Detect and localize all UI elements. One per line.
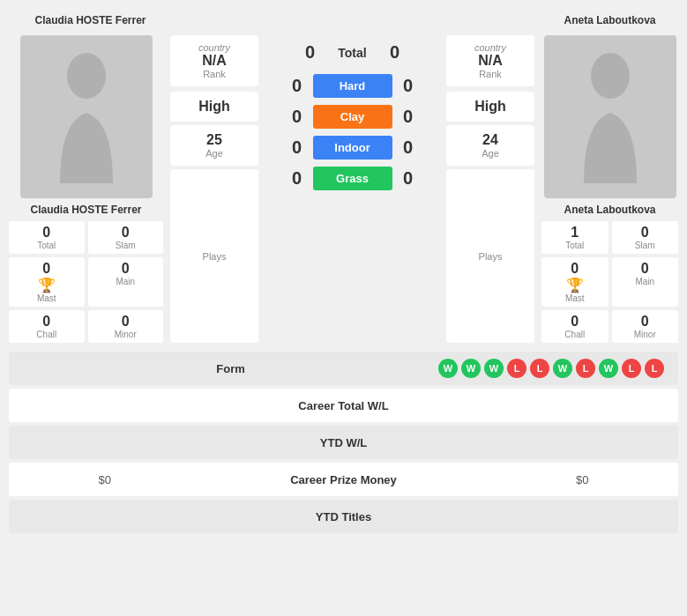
right-high-block: High <box>446 92 534 122</box>
left-rank-block: country N/A Rank <box>170 35 258 86</box>
grass-row: 0 Grass 0 <box>265 164 439 193</box>
right-player-photo <box>544 35 676 198</box>
left-main-value: 0 <box>122 261 130 277</box>
form-badge-0: W <box>438 359 458 378</box>
form-row: Form WWWLLWLWLL <box>9 352 678 385</box>
right-player-card: Aneta Laboutkova 1 Total 0 Slam 0 🏆 Mast… <box>541 35 678 343</box>
left-slam-label: Slam <box>116 241 136 250</box>
right-rank-value: N/A <box>478 53 503 69</box>
ytd-wl-label: YTD W/L <box>23 436 664 449</box>
grass-left-score: 0 <box>288 168 306 189</box>
career-wl-row: Career Total W/L <box>9 389 678 422</box>
ytd-wl-row: YTD W/L <box>9 426 678 459</box>
total-row: 0 Total 0 <box>265 35 439 70</box>
left-age-label: Age <box>205 148 223 159</box>
left-plays-label: Plays <box>203 251 227 262</box>
hard-left-score: 0 <box>288 76 306 96</box>
left-player-name: Claudia HOSTE Ferrer <box>34 14 146 26</box>
left-main-cell: 0 Main <box>88 257 164 307</box>
prize-left: $0 <box>23 473 111 486</box>
right-main-cell: 0 Main <box>612 257 679 307</box>
total-left-score: 0 <box>302 42 319 63</box>
right-country: country <box>474 42 506 53</box>
right-rank-block: country N/A Rank <box>446 35 534 86</box>
right-chall-label: Chall <box>564 330 585 339</box>
form-badge-5: W <box>553 359 572 378</box>
left-chall-value: 0 <box>42 314 50 330</box>
form-badge-7: W <box>599 359 618 378</box>
middle-left-panel: country N/A Rank High 25 Age Plays <box>170 35 258 343</box>
bottom-section: Form WWWLLWLWLL Career Total W/L YTD W/L… <box>0 352 687 545</box>
total-right-score: 0 <box>386 42 404 63</box>
left-slam-cell: 0 Slam <box>88 221 164 254</box>
form-badge-6: L <box>576 359 595 378</box>
career-wl-label: Career Total W/L <box>23 399 664 412</box>
grass-button[interactable]: Grass <box>313 167 392 190</box>
ytd-titles-row: YTD Titles <box>9 500 678 533</box>
hard-right-score: 0 <box>400 76 417 96</box>
center-column: 0 Total 0 0 Hard 0 0 Clay 0 0 Indoor 0 <box>265 35 439 343</box>
indoor-row: 0 Indoor 0 <box>265 133 439 162</box>
right-mast-cell: 0 🏆 Mast <box>541 257 609 307</box>
right-chall-cell: 0 Chall <box>541 310 609 343</box>
right-player-stats-grid: 1 Total 0 Slam 0 🏆 Mast 0 Main 0 <box>541 221 678 343</box>
right-plays-label: Plays <box>479 251 503 262</box>
left-total-value: 0 <box>42 225 50 241</box>
right-high-value: High <box>474 99 506 115</box>
left-mast-cell: 0 🏆 Mast <box>9 257 85 307</box>
right-main-value: 0 <box>641 261 649 277</box>
left-player-silhouette <box>51 51 122 183</box>
left-total-label: Total <box>37 241 56 250</box>
prize-right: $0 <box>576 473 664 486</box>
right-minor-value: 0 <box>641 314 649 330</box>
left-high-block: High <box>170 92 258 122</box>
indoor-button[interactable]: Indoor <box>313 136 392 160</box>
left-mast-label: Mast <box>37 293 56 303</box>
right-slam-label: Slam <box>635 241 655 250</box>
prize-label: Career Prize Money <box>111 473 576 486</box>
right-minor-cell: 0 Minor <box>612 310 679 343</box>
form-badge-2: W <box>484 359 504 378</box>
left-age-block: 25 Age <box>170 125 258 166</box>
right-mast-label: Mast <box>565 293 585 303</box>
right-player-name: Aneta Laboutkova <box>564 14 655 26</box>
left-main-label: Main <box>116 277 135 286</box>
form-badge-8: L <box>622 359 641 378</box>
right-age-label: Age <box>482 148 499 159</box>
clay-right-score: 0 <box>400 107 417 127</box>
grass-right-score: 0 <box>400 168 417 189</box>
prize-row: $0 Career Prize Money $0 <box>9 463 678 496</box>
left-minor-cell: 0 Minor <box>88 310 164 343</box>
total-label: Total <box>326 46 379 60</box>
right-chall-value: 0 <box>571 314 579 330</box>
indoor-left-score: 0 <box>288 137 306 158</box>
left-high-value: High <box>198 99 230 115</box>
left-player-header: Claudia HOSTE Ferrer <box>9 9 172 26</box>
left-minor-value: 0 <box>122 314 130 330</box>
left-player-stats-grid: 0 Total 0 Slam 0 🏆 Mast 0 Main 0 <box>9 221 163 343</box>
left-plays-block: Plays <box>170 169 258 343</box>
right-slam-cell: 0 Slam <box>612 221 679 254</box>
right-player-silhouette <box>575 51 646 183</box>
hard-button[interactable]: Hard <box>313 74 392 98</box>
left-chall-label: Chall <box>36 330 56 339</box>
svg-point-1 <box>591 53 630 99</box>
comparison-top: Claudia HOSTE Ferrer Aneta Laboutkova <box>0 0 687 26</box>
right-slam-value: 0 <box>641 225 649 241</box>
left-player-card: Claudia HOSTE Ferrer 0 Total 0 Slam 0 🏆 … <box>9 35 163 343</box>
indoor-right-score: 0 <box>400 137 417 158</box>
left-total-cell: 0 Total <box>9 221 85 254</box>
player-comparison: Claudia HOSTE Ferrer 0 Total 0 Slam 0 🏆 … <box>0 26 687 352</box>
right-age-value: 24 <box>482 132 498 148</box>
form-badges: WWWLLWLWLL <box>438 359 664 378</box>
form-badge-4: L <box>530 359 549 378</box>
clay-button[interactable]: Clay <box>313 105 392 129</box>
right-player-name-below: Aneta Laboutkova <box>564 204 655 216</box>
left-slam-value: 0 <box>122 225 130 241</box>
left-trophy-icon: 🏆 <box>38 277 56 293</box>
clay-left-score: 0 <box>288 107 306 127</box>
left-chall-cell: 0 Chall <box>9 310 85 343</box>
hard-row: 0 Hard 0 <box>265 71 439 100</box>
svg-point-0 <box>67 53 106 99</box>
right-player-header: Aneta Laboutkova <box>541 9 678 26</box>
